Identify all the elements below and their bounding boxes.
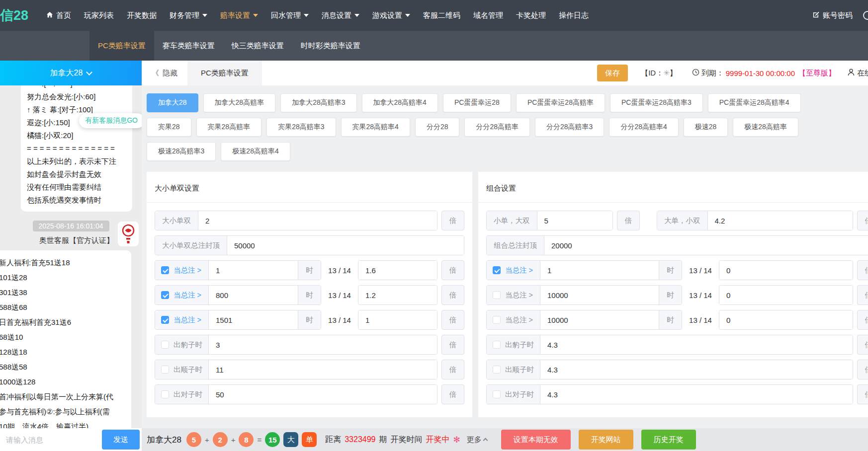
- game-tab[interactable]: 加拿大28: [147, 93, 198, 112]
- game-tab[interactable]: 极速28: [684, 118, 728, 137]
- special-checkbox[interactable]: [161, 341, 169, 349]
- game-tab[interactable]: PC蛋蛋幸运28高赔率4: [708, 93, 801, 112]
- game-tab[interactable]: 分分28高赔率: [464, 118, 530, 137]
- game-tab[interactable]: 分分28: [415, 118, 460, 137]
- game-tab[interactable]: PC蛋蛋幸运28: [443, 93, 511, 112]
- odds-input[interactable]: [537, 211, 613, 230]
- odds-input[interactable]: [358, 310, 437, 329]
- odds-input[interactable]: [540, 335, 853, 354]
- subnav-racing-odds[interactable]: 赛车类赔率设置: [154, 31, 223, 61]
- odds-input[interactable]: [209, 385, 437, 404]
- game-tab[interactable]: 极速28高赔率: [733, 118, 798, 137]
- nav-item-operation-log[interactable]: 操作日志: [552, 0, 595, 31]
- nav-item-message-settings[interactable]: 消息设置: [315, 0, 366, 31]
- page-tab-pc-odds[interactable]: PC类赔率设置: [187, 61, 262, 85]
- promo-message-bubble: 新人福利:首充51送18 101送28 301送38 588送68 日首充福利首…: [0, 250, 131, 428]
- game-tab[interactable]: 加拿大28高赔率: [203, 93, 276, 112]
- odds-input[interactable]: [358, 261, 437, 280]
- hide-sidebar-button[interactable]: 《 隐藏: [142, 69, 187, 78]
- more-toggle[interactable]: 更多: [467, 435, 487, 445]
- odds-input[interactable]: [719, 286, 853, 304]
- invalidate-period-button[interactable]: 设置本期无效: [501, 430, 571, 450]
- subnav-pc-odds[interactable]: PC类赔率设置: [89, 31, 154, 61]
- game-tab[interactable]: 宾果28高赔率: [196, 118, 262, 137]
- save-button[interactable]: 保存: [597, 65, 628, 81]
- subnav-shishicai-odds[interactable]: 时时彩类赔率设置: [292, 31, 369, 61]
- nav-item-finance[interactable]: 财务管理: [163, 0, 214, 31]
- special-checkbox[interactable]: [161, 390, 169, 398]
- odds-input[interactable]: [544, 236, 868, 255]
- game-tab[interactable]: 分分28高赔率3: [535, 118, 604, 137]
- threshold-input[interactable]: [540, 261, 659, 280]
- nav-item-service-qrcode[interactable]: 客服二维码: [417, 0, 467, 31]
- threshold-checkbox[interactable]: [161, 291, 169, 299]
- new-service-message-pill[interactable]: 有新客服消息GO: [79, 113, 142, 128]
- threshold-checkbox[interactable]: [493, 266, 501, 274]
- odds-input[interactable]: [719, 261, 853, 280]
- game-tab[interactable]: 宾果28高赔率4: [341, 118, 410, 137]
- special-checkbox[interactable]: [493, 390, 501, 398]
- content-body: 加拿大28 加拿大28高赔率 加拿大28高赔率3 加拿大28高赔率4 PC蛋蛋幸…: [142, 85, 868, 451]
- odds-input[interactable]: [227, 236, 464, 255]
- odds-input[interactable]: [719, 310, 853, 329]
- send-button[interactable]: 发送: [102, 430, 140, 450]
- odds-input[interactable]: [708, 211, 853, 230]
- game-tab[interactable]: 加拿大28高赔率3: [280, 93, 356, 112]
- nav-item-home[interactable]: 首页: [40, 0, 78, 31]
- lottery-ball-2: 2: [213, 432, 228, 447]
- threshold-checkbox[interactable]: [161, 266, 169, 274]
- game-selector[interactable]: 加拿大28: [0, 61, 142, 85]
- game-tab[interactable]: PC蛋蛋幸运28高赔率: [516, 93, 605, 112]
- odds-input[interactable]: [358, 286, 437, 304]
- game-tab[interactable]: PC蛋蛋幸运28高赔率3: [610, 93, 703, 112]
- id-spinner-icon: ✳: [663, 69, 670, 77]
- multiplier-suffix: 倍: [441, 384, 464, 404]
- threshold-checkbox[interactable]: [493, 316, 501, 324]
- odds-input[interactable]: [540, 385, 853, 404]
- game-tab[interactable]: 宾果28高赔率3: [266, 118, 336, 137]
- chat-line: 橘猫:[小双:20]: [27, 129, 126, 142]
- subnav-kuai3-odds[interactable]: 快三类赔率设置: [223, 31, 292, 61]
- big-small-badge: 大: [283, 432, 298, 447]
- threshold-input[interactable]: [209, 286, 298, 304]
- help-icon[interactable]: [863, 11, 868, 20]
- threshold-input[interactable]: [540, 286, 659, 304]
- threshold-checkbox[interactable]: [161, 316, 169, 324]
- unit-suffix: 时: [298, 286, 321, 304]
- game-tab[interactable]: 分分28高赔率4: [609, 118, 678, 137]
- threshold-checkbox[interactable]: [493, 291, 501, 299]
- special-checkbox[interactable]: [493, 341, 501, 349]
- lottery-sum-ball: 15: [265, 432, 280, 447]
- game-tab[interactable]: 加拿大28高赔率4: [362, 93, 438, 112]
- odds-input[interactable]: [209, 335, 437, 354]
- vip-badge: 【至尊版】: [798, 69, 836, 78]
- chat-line: 128送18: [0, 345, 125, 360]
- game-tab[interactable]: 极速28高赔率4: [221, 142, 290, 161]
- row-label: 大小单双总注封顶: [155, 236, 227, 255]
- account-password-button[interactable]: 账号密码: [806, 0, 859, 31]
- game-tab[interactable]: 极速28高赔率3: [147, 142, 216, 161]
- odds-input[interactable]: [540, 360, 853, 379]
- nav-item-rebate[interactable]: 回水管理: [264, 0, 315, 31]
- chat-line: 10期，流水4倍，输赢过半): [0, 419, 125, 428]
- odds-input[interactable]: [209, 360, 437, 379]
- chat-message-input[interactable]: [6, 436, 98, 444]
- odds-input[interactable]: [198, 211, 437, 230]
- special-checkbox[interactable]: [493, 366, 501, 374]
- lottery-website-button[interactable]: 开奖网站: [579, 430, 633, 450]
- threshold-input[interactable]: [209, 310, 298, 329]
- history-draws-button[interactable]: 历史开奖: [641, 430, 696, 450]
- nav-item-game-settings[interactable]: 游戏设置: [366, 0, 417, 31]
- special-row: 出顺子时 倍: [155, 360, 464, 379]
- nav-item-domain[interactable]: 域名管理: [467, 0, 510, 31]
- nav-item-lottery-data[interactable]: 开奖数据: [120, 0, 163, 31]
- row-label: 组合总注封顶: [487, 236, 544, 255]
- nav-item-players[interactable]: 玩家列表: [78, 0, 120, 31]
- nav-item-card-prize[interactable]: 卡奖处理: [510, 0, 552, 31]
- chevron-down-icon: [405, 14, 410, 17]
- special-checkbox[interactable]: [161, 366, 169, 374]
- nav-item-odds-settings[interactable]: 赔率设置: [214, 0, 264, 31]
- game-tab[interactable]: 宾果28: [147, 118, 191, 137]
- threshold-input[interactable]: [209, 261, 298, 280]
- threshold-input[interactable]: [540, 310, 659, 329]
